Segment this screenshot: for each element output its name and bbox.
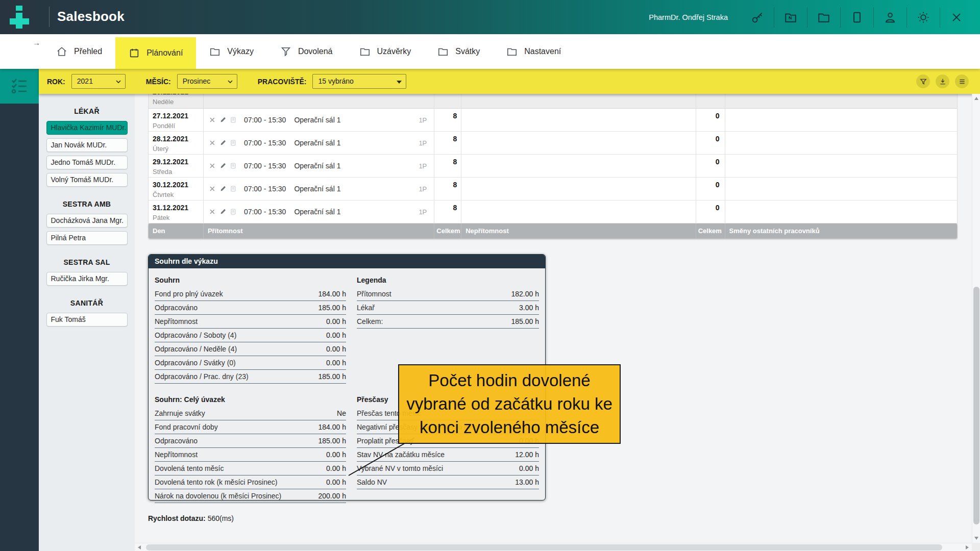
folder-n-icon[interactable]: N xyxy=(774,0,807,34)
shift-place: Operační sál 1 xyxy=(294,116,340,124)
staff-person-button[interactable]: Volný Tomáš MUDr. xyxy=(46,173,128,187)
summary-row: Stav NV na začátku měsíce12.00 h xyxy=(357,448,539,462)
checklist-menu-button[interactable] xyxy=(0,69,39,104)
scroll-right-arrow[interactable] xyxy=(966,545,969,549)
footer-col-nepritomnost: Nepřítomnost xyxy=(461,223,696,238)
shift-tag: 1P xyxy=(419,208,427,216)
absence-cell xyxy=(461,155,696,177)
summary-row-value: 0.00 h xyxy=(519,464,539,472)
key-icon[interactable] xyxy=(741,0,774,34)
vertical-scroll-thumb[interactable] xyxy=(973,287,979,524)
present-total: 8 xyxy=(434,132,461,154)
absence-cell xyxy=(461,109,696,131)
export-button[interactable] xyxy=(936,74,949,88)
scroll-down-arrow[interactable] xyxy=(974,537,978,540)
row-actions xyxy=(209,116,237,123)
staff-person-button[interactable]: Fuk Tomáš xyxy=(46,313,128,327)
summary-row: Odpracováno185.00 h xyxy=(155,301,346,315)
header-divider xyxy=(49,7,50,27)
edit-shift-icon[interactable] xyxy=(219,116,227,123)
table-row: 31.12.2021 Pátek 07:00 - 15:30 Operační … xyxy=(149,201,957,223)
vertical-scrollbar[interactable] xyxy=(972,94,980,543)
app-title: Salesbook xyxy=(57,0,125,33)
summary-row-value: Ne xyxy=(337,409,346,417)
status-label: Rychlost dotazu: xyxy=(148,514,206,522)
shift-tag: 1P xyxy=(419,185,427,193)
app-logo-plus-icon xyxy=(9,6,30,29)
row-actions xyxy=(209,139,237,146)
scroll-left-arrow[interactable] xyxy=(138,545,141,549)
filter-bar: ROK: 2021 MĚSÍC: Prosinec PRACOVIŠTĚ: 15… xyxy=(39,69,980,94)
tab-planovani[interactable]: Plánování xyxy=(115,37,196,69)
shift-time: 07:00 - 15:30 xyxy=(244,139,286,147)
copy-shift-icon[interactable] xyxy=(230,185,237,192)
edit-shift-icon[interactable] xyxy=(219,208,227,215)
edit-shift-icon[interactable] xyxy=(219,139,227,146)
table-row: 28.12.2021 Úterý 07:00 - 15:30 Operační … xyxy=(149,132,957,155)
absence-total: 0 xyxy=(696,155,725,177)
summary-row-value: 185.00 h xyxy=(318,372,347,381)
month-select[interactable]: Prosinec xyxy=(177,74,237,89)
staff-person-button[interactable]: Pilná Petra xyxy=(46,231,128,245)
menu-button[interactable] xyxy=(955,74,969,88)
summary-row-value: 0.00 h xyxy=(326,450,346,459)
shift-place: Operační sál 1 xyxy=(294,139,340,147)
group-title: SESTRA SAL xyxy=(39,258,135,266)
copy-shift-icon[interactable] xyxy=(230,116,237,123)
summary-row-label: Fond pracovní doby xyxy=(155,423,218,431)
summary-row-label: Odpracováno / Neděle (4) xyxy=(155,345,237,353)
shift-tag: 1P xyxy=(419,162,427,170)
year-select[interactable]: 2021 xyxy=(71,74,126,89)
tab-dovolena[interactable]: Dovolená xyxy=(267,34,346,69)
copy-shift-icon[interactable] xyxy=(230,208,237,215)
staff-person-button[interactable]: Ručička Jirka Mgr. xyxy=(46,272,128,286)
tab-prehled[interactable]: Přehled xyxy=(43,34,115,69)
summary-row: Přítomnost182.00 h xyxy=(357,287,539,301)
staff-person-button[interactable]: Jedno Tomáš MUDr. xyxy=(46,156,128,169)
row-weekday: Úterý xyxy=(153,144,203,153)
horizontal-scrollbar[interactable] xyxy=(135,543,972,551)
tab-uzaverky[interactable]: Uzávěrky xyxy=(346,34,425,69)
delete-shift-icon[interactable] xyxy=(209,208,216,215)
close-icon[interactable] xyxy=(940,0,973,34)
tablet-icon[interactable] xyxy=(841,0,873,34)
delete-shift-icon[interactable] xyxy=(209,116,216,123)
summary-row: Nepřítomnost0.00 h xyxy=(155,448,346,462)
user-icon[interactable] xyxy=(874,0,906,34)
summary-row-value: 182.00 h xyxy=(511,290,540,298)
summary-row-label: Dovolená tento rok (k měsíci Prosinec) xyxy=(155,478,277,486)
summary-row-value: 200.00 h xyxy=(318,492,347,500)
staff-person-button[interactable]: Jan Novák MUDr. xyxy=(46,138,128,152)
delete-shift-icon[interactable] xyxy=(209,162,216,169)
tooltip-line: Počet hodin dovolené xyxy=(428,369,590,392)
summary-row-label: Nárok na dovolenou (k měsíci Prosinec) xyxy=(155,492,281,500)
forward-arrow-icon[interactable]: → xyxy=(33,38,40,47)
summary-row: Dovolená tento měsíc0.00 h xyxy=(155,462,346,475)
summary-row-label: Nepřítomnost xyxy=(155,450,198,459)
summary-left-column: Souhrn Fond pro plný úvazek184.00 hOdpra… xyxy=(155,274,346,503)
filter-funnel-button[interactable] xyxy=(916,74,930,88)
summary-row: Odpracováno / Soboty (4)0.00 h xyxy=(155,329,346,342)
copy-shift-icon[interactable] xyxy=(230,162,237,169)
delete-shift-icon[interactable] xyxy=(209,185,216,192)
workplace-select[interactable]: 15 vybráno xyxy=(312,74,406,89)
row-actions xyxy=(209,162,237,169)
summary-row-label: Celkem: xyxy=(357,317,383,325)
tab-nastaveni[interactable]: Nastavení xyxy=(493,34,574,69)
edit-shift-icon[interactable] xyxy=(219,162,227,169)
staff-person-button[interactable]: Hlavička Kazimír MUDr. xyxy=(46,121,128,135)
gear-icon[interactable] xyxy=(907,0,940,34)
edit-shift-icon[interactable] xyxy=(219,185,227,192)
folder-icon[interactable] xyxy=(807,0,840,34)
horizontal-scroll-thumb[interactable] xyxy=(146,544,942,550)
shift-place: Operační sál 1 xyxy=(294,162,340,170)
table-footer-header: Den Přítomnost Celkem Nepřítomnost Celke… xyxy=(149,223,957,238)
summary-row-value: 12.00 h xyxy=(515,450,539,459)
tab-svatky[interactable]: Svátky xyxy=(424,34,493,69)
scroll-up-arrow[interactable] xyxy=(974,97,978,100)
copy-shift-icon[interactable] xyxy=(230,139,237,146)
footer-col-smeny: Směny ostatních pracovníků xyxy=(725,223,957,238)
staff-person-button[interactable]: Docházková Jana Mgr. xyxy=(46,214,128,228)
tab-vykazy[interactable]: Výkazy xyxy=(196,34,267,69)
delete-shift-icon[interactable] xyxy=(209,139,216,146)
